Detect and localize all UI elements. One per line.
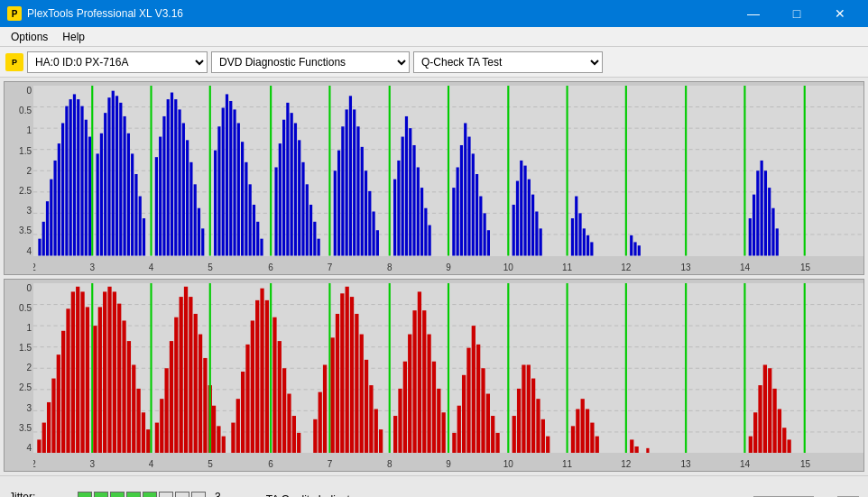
svg-rect-267 — [491, 416, 494, 453]
svg-rect-176 — [42, 422, 46, 453]
svg-rect-59 — [194, 184, 197, 255]
svg-rect-242 — [365, 359, 368, 453]
svg-rect-280 — [576, 409, 579, 453]
ta-quality-label: TA Quality Indicator: — [266, 493, 363, 498]
svg-rect-86 — [309, 205, 312, 256]
svg-rect-273 — [527, 364, 531, 453]
chart-top-inner — [33, 86, 863, 256]
svg-rect-294 — [763, 364, 767, 453]
chart-bottom-x-axis: 2 3 4 5 6 7 8 9 10 11 12 13 14 15 — [33, 453, 863, 471]
svg-rect-53 — [171, 93, 173, 256]
svg-rect-40 — [115, 96, 118, 255]
svg-rect-266 — [486, 393, 490, 453]
svg-rect-20 — [38, 239, 41, 256]
svg-rect-205 — [180, 297, 183, 453]
svg-rect-194 — [127, 341, 131, 453]
svg-rect-260 — [457, 405, 461, 453]
drive-select[interactable]: HA:0 ID:0 PX-716A — [27, 51, 208, 73]
chart-top-x-axis: 2 3 4 5 6 7 8 9 10 11 12 13 14 15 — [33, 256, 863, 274]
svg-rect-271 — [517, 388, 521, 453]
svg-rect-73 — [253, 205, 255, 256]
svg-rect-232 — [319, 391, 322, 453]
svg-rect-44 — [131, 153, 134, 255]
svg-rect-109 — [417, 167, 420, 255]
svg-rect-143 — [638, 245, 641, 255]
svg-rect-31 — [80, 106, 83, 256]
svg-rect-201 — [160, 399, 163, 453]
svg-rect-58 — [189, 162, 192, 256]
menu-options[interactable]: Options — [4, 29, 55, 45]
svg-rect-233 — [323, 364, 327, 453]
svg-rect-263 — [472, 326, 476, 453]
jitter-cell-1 — [78, 492, 92, 498]
svg-rect-147 — [753, 195, 755, 256]
jitter-cell-8 — [191, 492, 206, 498]
svg-rect-256 — [437, 388, 440, 453]
menu-help[interactable]: Help — [55, 29, 92, 45]
svg-rect-193 — [122, 320, 125, 453]
svg-rect-264 — [476, 344, 480, 453]
svg-rect-190 — [107, 286, 111, 453]
svg-rect-274 — [531, 378, 535, 453]
svg-rect-236 — [336, 313, 339, 453]
svg-rect-270 — [512, 416, 516, 453]
svg-rect-93 — [346, 109, 348, 255]
svg-rect-152 — [771, 208, 774, 256]
svg-rect-41 — [119, 103, 122, 256]
svg-rect-204 — [174, 317, 178, 453]
svg-rect-30 — [77, 99, 79, 255]
svg-rect-134 — [571, 218, 574, 255]
app-icon: P — [7, 6, 22, 21]
svg-rect-214 — [217, 426, 220, 453]
svg-rect-287 — [634, 446, 638, 453]
svg-rect-80 — [286, 103, 289, 256]
jitter-value: 3 — [215, 491, 221, 498]
minimize-button[interactable]: — — [733, 0, 774, 27]
svg-rect-83 — [298, 140, 300, 255]
svg-rect-39 — [112, 91, 115, 256]
chart-top-y-axis: 4 3.5 3 2.5 2 1.5 1 0.5 0 — [5, 82, 33, 274]
svg-rect-252 — [418, 291, 421, 453]
svg-rect-208 — [194, 313, 198, 453]
svg-rect-110 — [420, 188, 423, 255]
svg-rect-94 — [349, 96, 352, 255]
svg-rect-231 — [313, 419, 317, 453]
test-select[interactable]: Q-Check TA Test — [413, 51, 603, 73]
svg-rect-219 — [245, 344, 249, 453]
svg-rect-291 — [749, 436, 753, 453]
function-select[interactable]: DVD Diagnostic Functions — [211, 51, 410, 73]
maximize-button[interactable]: □ — [776, 0, 817, 27]
svg-rect-255 — [432, 361, 436, 453]
svg-rect-85 — [306, 184, 309, 255]
svg-rect-114 — [452, 188, 455, 255]
svg-rect-120 — [476, 174, 478, 255]
svg-rect-295 — [768, 368, 771, 453]
svg-rect-99 — [368, 191, 371, 256]
svg-rect-206 — [184, 286, 188, 453]
svg-rect-111 — [424, 208, 427, 256]
svg-rect-95 — [353, 109, 356, 255]
svg-rect-277 — [546, 436, 549, 453]
svg-rect-183 — [76, 286, 79, 453]
svg-rect-117 — [464, 123, 466, 255]
toolbar: P HA:0 ID:0 PX-716A DVD Diagnostic Funct… — [0, 47, 868, 78]
close-button[interactable]: ✕ — [819, 0, 861, 27]
svg-rect-187 — [93, 326, 97, 453]
svg-rect-135 — [575, 197, 577, 256]
svg-rect-284 — [596, 436, 599, 453]
svg-rect-298 — [782, 428, 786, 453]
svg-rect-57 — [186, 140, 189, 255]
svg-rect-77 — [274, 167, 277, 255]
svg-rect-188 — [98, 307, 102, 453]
svg-rect-223 — [265, 299, 269, 453]
svg-rect-60 — [198, 208, 200, 256]
svg-rect-87 — [313, 222, 316, 256]
svg-rect-202 — [164, 368, 168, 453]
svg-rect-65 — [222, 108, 225, 256]
svg-rect-49 — [155, 157, 158, 255]
svg-rect-276 — [541, 419, 545, 453]
svg-rect-185 — [86, 307, 89, 453]
svg-rect-238 — [346, 286, 349, 453]
svg-rect-181 — [66, 308, 69, 453]
svg-rect-241 — [360, 334, 364, 453]
